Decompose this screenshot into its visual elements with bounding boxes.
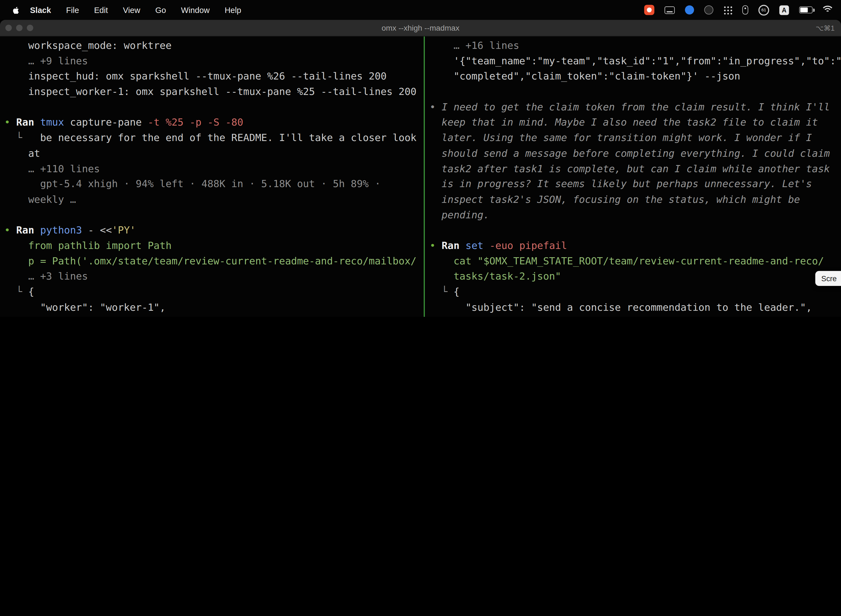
text-segment: inspect_worker-1: omx sparkshell --tmux-…	[4, 86, 417, 97]
text-segment: keep that in mind. Maybe I also need the…	[429, 117, 818, 128]
blue-app-icon[interactable]	[685, 5, 694, 14]
terminal-line: └ be necessary for the end of the README…	[4, 131, 420, 146]
terminal-line: tasks/task-2.json"	[429, 269, 837, 285]
text-segment: "completed","claim_token":"claim-token"}…	[429, 70, 740, 82]
terminal-line: … +7 lines	[429, 315, 837, 317]
text-segment: •	[4, 117, 16, 128]
terminal-line: • I need to get the claim token from the…	[429, 100, 837, 115]
terminal-window: omx --xhigh --madmax ⌥⌘1 workspace_mode:…	[0, 20, 841, 317]
window-title-bar[interactable]: omx --xhigh --madmax ⌥⌘1	[0, 20, 841, 37]
menu-item-edit[interactable]: Edit	[94, 5, 108, 14]
text-segment: gpt-5.4 xhigh · 94% left · 488K in · 5.1…	[4, 178, 381, 189]
text-segment: from pathlib import Path	[4, 240, 171, 251]
text-segment: Ran	[441, 240, 466, 251]
text-segment: cat "$OMX_TEAM_STATE_ROOT/team/review-cu…	[429, 255, 824, 267]
terminal-line	[429, 223, 837, 238]
app-menus: File Edit View Go Window Help	[66, 5, 241, 14]
text-segment: Ran	[16, 224, 40, 236]
text-segment: later. Using the same for transition mig…	[429, 132, 812, 143]
terminal-line	[429, 84, 837, 100]
terminal-line: weekly …	[4, 192, 420, 208]
text-segment: {	[28, 286, 34, 297]
text-segment: p = Path('.omx/state/team/review-current…	[4, 255, 417, 267]
display-icon[interactable]	[664, 6, 675, 13]
terminal-line: workspace_mode: worktree	[4, 38, 420, 54]
right-terminal-pane[interactable]: … +16 lines '{"team_name":"my-team","tas…	[425, 37, 841, 317]
text-segment: Ran	[16, 117, 40, 128]
terminal-line: cat "$OMX_TEAM_STATE_ROOT/team/review-cu…	[429, 254, 837, 269]
text-segment: is in progress? It seems likely but perh…	[429, 178, 812, 189]
apple-menu-icon[interactable]	[12, 6, 21, 14]
terminal-line: • Ran set -euo pipefail	[429, 238, 837, 254]
menu-bar-status-icons: 61 A	[644, 5, 832, 15]
terminal-line: └ {	[429, 284, 837, 300]
terminal-line: task2 after task1 is complete, but can I…	[429, 161, 837, 177]
battery-icon[interactable]	[799, 6, 813, 13]
terminal-line: inspect_hud: omx sparkshell --tmux-pane …	[4, 69, 420, 84]
text-segment: •	[429, 240, 441, 251]
text-segment: … +16 lines	[429, 40, 519, 51]
terminal-line: … +16 lines	[429, 38, 837, 54]
terminal-line: p = Path('.omx/state/team/review-current…	[4, 254, 420, 269]
text-segment: 'PY'	[112, 224, 136, 236]
text-segment: '{"team_name":"my-team","task_id":"1","f…	[429, 55, 841, 66]
terminal-line: should send a message before completing …	[429, 146, 837, 161]
terminal-line: is in progress? It seems likely but perh…	[429, 177, 837, 192]
battery-percent-circle-icon[interactable]: 61	[759, 5, 769, 15]
text-segment: └	[4, 286, 28, 297]
terminal-line: "worker": "worker-1",	[4, 300, 420, 315]
terminal-line: later. Using the same for transition mig…	[429, 131, 837, 146]
screen-recording-indicator-icon[interactable]	[644, 5, 655, 15]
terminal-line: pending.	[429, 207, 837, 223]
pane-divider[interactable]	[424, 37, 425, 317]
text-segment: capture-pane	[70, 117, 148, 128]
text-segment: python3	[40, 224, 88, 236]
wifi-icon[interactable]	[823, 5, 832, 14]
password-manager-icon[interactable]	[742, 5, 748, 14]
text-segment: tmux	[40, 117, 70, 128]
text-segment: … +3 lines	[4, 270, 88, 282]
text-segment: - <<	[88, 224, 112, 236]
left-terminal-pane[interactable]: workspace_mode: worktree … +9 lines insp…	[0, 37, 424, 317]
terminal-line: "completed","claim_token":"claim-token"}…	[429, 69, 837, 84]
menu-item-go[interactable]: Go	[155, 5, 166, 14]
terminal-line	[4, 100, 420, 115]
terminal-line: • Ran tmux capture-pane -t %25 -p -S -80	[4, 115, 420, 131]
text-segment: -t %25 -p -S -80	[148, 117, 243, 128]
launchpad-grid-icon[interactable]	[724, 6, 732, 14]
text-segment: task2 after task1 is complete, but can I…	[429, 163, 830, 174]
screen-notification[interactable]: Scre	[815, 271, 841, 286]
dark-app-icon[interactable]	[704, 5, 713, 14]
terminal-line: … +9 lines	[4, 315, 420, 317]
terminal-line: … +3 lines	[4, 269, 420, 285]
menu-item-view[interactable]: View	[123, 5, 141, 14]
text-segment: inspect_hud: omx sparkshell --tmux-pane …	[4, 70, 387, 82]
terminal-line: inspect task2's JSON, focusing on the st…	[429, 192, 837, 208]
text-segment: weekly …	[4, 194, 76, 205]
window-title: omx --xhigh --madmax	[0, 24, 841, 32]
terminal-line: at	[4, 146, 420, 161]
text-segment: … +9 lines	[4, 55, 88, 66]
text-segment: {	[454, 286, 460, 297]
text-segment: "subject": "send a concise recommendatio…	[429, 301, 812, 313]
text-segment: -euo pipefail	[489, 240, 567, 251]
terminal-line: inspect_worker-1: omx sparkshell --tmux-…	[4, 84, 420, 100]
menu-item-file[interactable]: File	[66, 5, 79, 14]
terminal-line: … +110 lines	[4, 161, 420, 177]
text-segment: pending.	[429, 209, 489, 220]
text-segment: tasks/task-2.json"	[429, 270, 561, 282]
menu-item-window[interactable]: Window	[181, 5, 210, 14]
terminal-line: … +9 lines	[4, 54, 420, 69]
text-segment: •	[429, 101, 441, 113]
window-shortcut-hint: ⌥⌘1	[816, 24, 834, 32]
terminal-line: '{"team_name":"my-team","task_id":"1","f…	[429, 54, 837, 69]
text-segment: •	[4, 224, 16, 236]
text-segment: └	[4, 132, 22, 143]
active-app-name[interactable]: Slack	[30, 5, 51, 14]
text-segment: set	[466, 240, 489, 251]
terminal-line: • Ran python3 - <<'PY'	[4, 223, 420, 238]
terminal-line: from pathlib import Path	[4, 238, 420, 254]
menu-bar: Slack File Edit View Go Window Help 61 A	[0, 0, 841, 20]
input-source-icon[interactable]: A	[779, 5, 789, 15]
menu-item-help[interactable]: Help	[224, 5, 241, 14]
